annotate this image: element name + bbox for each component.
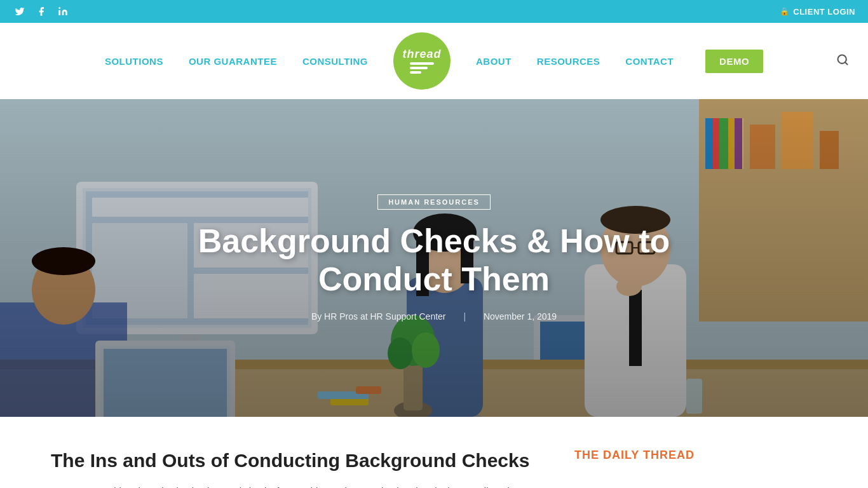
hero-content: HUMAN RESOURCES Background Checks & How …	[123, 194, 745, 322]
svg-point-0	[58, 7, 60, 9]
svg-line-2	[845, 62, 848, 64]
content-section: The Ins and Outs of Conducting Backgroun…	[0, 417, 868, 488]
sidebar-heading: THE DAILY THREAD	[574, 449, 817, 462]
content-text: Have you considered conducting backgroun…	[51, 483, 536, 489]
hero-author: By HR Pros at HR Support Center	[311, 311, 446, 322]
hero-divider: |	[463, 311, 466, 322]
nav-right: ABOUT RESOURCES CONTACT DEMO	[476, 50, 763, 73]
content-heading: The Ins and Outs of Conducting Backgroun…	[51, 449, 536, 473]
logo[interactable]: thread	[393, 32, 451, 90]
hero-category: HUMAN RESOURCES	[377, 194, 491, 210]
logo-decoration	[410, 62, 434, 74]
twitter-link[interactable]	[13, 4, 27, 18]
navbar: SOLUTIONS OUR GUARANTEE CONSULTING threa…	[0, 23, 868, 99]
hero-section: HUMAN RESOURCES Background Checks & How …	[0, 99, 868, 417]
nav-about[interactable]: ABOUT	[476, 56, 512, 67]
hero-title: Background Checks & How to Conduct Them	[148, 222, 720, 299]
nav-our-guarantee[interactable]: OUR GUARANTEE	[189, 56, 277, 67]
top-bar: 🔒 CLIENT LOGIN	[0, 0, 868, 23]
nav-resources[interactable]: RESOURCES	[537, 56, 600, 67]
logo-text: thread	[402, 48, 441, 60]
social-links	[13, 4, 70, 18]
client-login-button[interactable]: 🔒 CLIENT LOGIN	[780, 7, 855, 17]
login-label: CLIENT LOGIN	[793, 7, 855, 17]
nav-contact[interactable]: CONTACT	[625, 56, 674, 67]
nav-solutions[interactable]: SOLUTIONS	[105, 56, 163, 67]
facebook-link[interactable]	[34, 4, 48, 18]
demo-button[interactable]: DEMO	[705, 50, 763, 73]
lock-icon: 🔒	[780, 7, 790, 16]
nav-left: SOLUTIONS OUR GUARANTEE CONSULTING	[105, 56, 368, 67]
hero-meta: By HR Pros at HR Support Center | Novemb…	[148, 311, 720, 322]
search-icon[interactable]	[836, 53, 849, 69]
hero-date: November 1, 2019	[484, 311, 557, 322]
content-main: The Ins and Outs of Conducting Backgroun…	[51, 449, 536, 488]
nav-consulting[interactable]: CONSULTING	[302, 56, 368, 67]
content-sidebar: THE DAILY THREAD	[574, 449, 817, 488]
linkedin-link[interactable]	[56, 4, 70, 18]
